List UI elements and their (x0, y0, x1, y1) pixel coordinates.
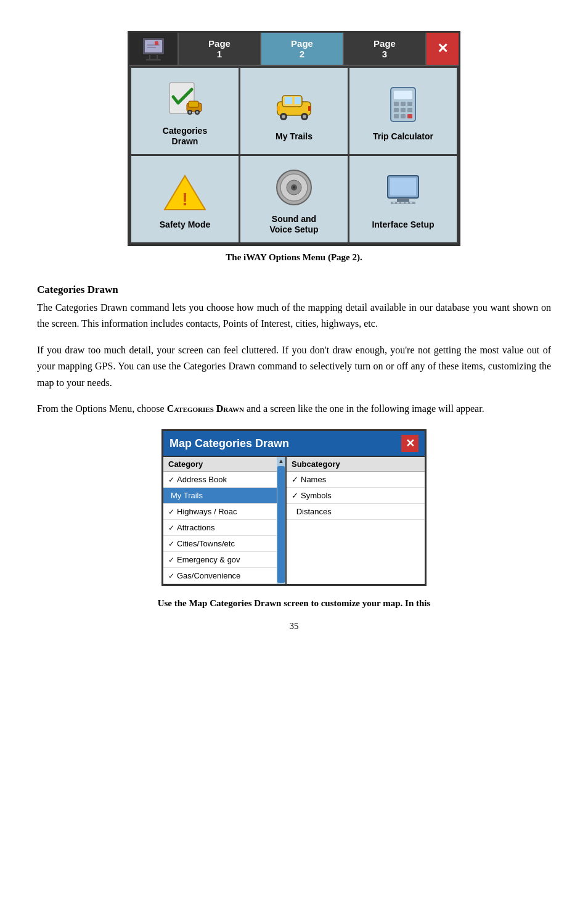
svg-rect-17 (285, 97, 292, 104)
categories-drawn-label: Categories Drawn (163, 126, 207, 147)
menu-caption: The iWAY Options Menu (Page 2). (226, 252, 362, 263)
svg-rect-18 (295, 97, 301, 104)
dialog-box: Map Categories Drawn ✕ Category ✓ Addres… (161, 429, 427, 586)
category-scrollbar[interactable]: ▲ (277, 457, 285, 584)
interface-setup-icon (382, 171, 425, 215)
svg-point-21 (282, 115, 285, 118)
menu-grid-wrapper: Page 1 Page 2 Page 3 ✕ (128, 31, 460, 246)
sound-voice-icon (272, 166, 316, 209)
menu-cell-safety-mode[interactable]: ! Safety Mode (131, 156, 239, 242)
cat-item-attractions[interactable]: ✓ Attractions (163, 520, 285, 536)
svg-text:!: ! (182, 189, 188, 209)
menu-header-icon (129, 33, 179, 65)
dialog-title: Map Categories Drawn (169, 437, 289, 450)
menu-close-button[interactable]: ✕ (427, 33, 459, 65)
menu-header: Page 1 Page 2 Page 3 ✕ (129, 33, 459, 66)
subcategory-column-header: Subcategory (287, 457, 425, 472)
cat-check-address-book: ✓ (168, 475, 174, 484)
sub-check-names: ✓ (292, 475, 298, 484)
categories-drawn-icon (163, 78, 206, 121)
sub-item-names[interactable]: ✓ Names (287, 472, 425, 488)
cat-item-address-book[interactable]: ✓ Address Book (163, 472, 285, 488)
svg-rect-27 (394, 102, 399, 106)
safety-mode-label: Safety Mode (160, 220, 210, 230)
menu-tab-page3[interactable]: Page 3 (344, 33, 427, 65)
svg-rect-29 (407, 102, 412, 106)
menu-cell-trip-calculator[interactable]: Trip Calculator (349, 68, 457, 154)
svg-rect-33 (394, 114, 399, 118)
svg-rect-31 (401, 108, 406, 112)
menu-tab-page2[interactable]: Page 2 (261, 33, 344, 65)
menu-cell-interface-setup[interactable]: Interface Setup (349, 156, 457, 242)
menu-grid: Categories Drawn (129, 66, 459, 244)
bottom-caption: Use the Map Categories Drawn screen to c… (37, 598, 551, 609)
sub-item-distances[interactable]: Distances (287, 504, 425, 520)
svg-rect-23 (277, 106, 280, 111)
cat-item-highways[interactable]: ✓ Highways / Roac (163, 504, 285, 520)
menu-cell-sound-voice[interactable]: Sound and Voice Setup (240, 156, 348, 242)
scroll-thumb[interactable] (277, 466, 285, 583)
sound-voice-label: Sound and Voice Setup (269, 214, 318, 235)
svg-rect-30 (394, 108, 399, 112)
para3-keyword: Categories Drawn (167, 403, 244, 414)
para3-prefix: From the Options Menu, choose (37, 403, 167, 414)
dialog-close-button[interactable]: ✕ (401, 435, 419, 452)
svg-rect-26 (394, 91, 412, 99)
dialog-columns: Category ✓ Address Book My Trails ✓ High… (163, 456, 425, 584)
svg-point-14 (196, 111, 198, 113)
svg-rect-7 (155, 41, 158, 45)
trip-calculator-icon (382, 83, 425, 126)
section-para1: The Categories Drawn command lets you ch… (37, 300, 551, 332)
section-para3: From the Options Menu, choose Categories… (37, 401, 551, 417)
interface-setup-label: Interface Setup (372, 220, 434, 230)
page-number: 35 (37, 621, 551, 631)
svg-rect-1 (145, 40, 162, 52)
dialog-container: Map Categories Drawn ✕ Category ✓ Addres… (37, 429, 551, 586)
cat-check-attractions: ✓ (168, 524, 174, 532)
sub-check-symbols: ✓ (292, 491, 298, 500)
cat-item-gas[interactable]: ✓ Gas/Convenience ▼ (163, 568, 285, 584)
menu-tab-page1[interactable]: Page 1 (179, 33, 261, 65)
sub-check-distances (292, 507, 294, 516)
cat-check-emergency: ✓ (168, 556, 174, 564)
menu-cell-my-trails[interactable]: My Trails (240, 68, 348, 154)
section-heading: Categories Drawn (37, 284, 551, 296)
dialog-title-bar: Map Categories Drawn ✕ (163, 431, 425, 456)
cat-item-my-trails[interactable]: My Trails (163, 488, 285, 504)
trip-calculator-label: Trip Calculator (373, 131, 433, 142)
category-column: Category ✓ Address Book My Trails ✓ High… (163, 457, 287, 584)
svg-rect-45 (397, 198, 409, 202)
my-trails-label: My Trails (276, 131, 312, 142)
my-trails-icon (272, 83, 316, 126)
cat-check-cities: ✓ (168, 540, 174, 548)
cat-item-emergency[interactable]: ✓ Emergency & gov (163, 552, 285, 568)
svg-rect-35 (407, 114, 412, 118)
cat-check-highways: ✓ (168, 508, 174, 516)
cat-item-cities[interactable]: ✓ Cities/Towns/etc (163, 536, 285, 552)
section-para2: If you draw too much detail, your screen… (37, 342, 551, 391)
sub-item-symbols[interactable]: ✓ Symbols (287, 488, 425, 504)
scroll-up-button[interactable]: ▲ (277, 457, 285, 465)
options-menu-section: Page 1 Page 2 Page 3 ✕ (37, 31, 551, 278)
svg-rect-32 (407, 108, 412, 112)
svg-rect-10 (189, 101, 198, 107)
svg-rect-34 (401, 114, 406, 118)
category-column-header: Category (163, 457, 285, 472)
svg-point-22 (303, 115, 306, 118)
svg-rect-44 (390, 178, 416, 195)
para3-suffix: and a screen like the one in the followi… (244, 403, 484, 414)
svg-rect-28 (401, 102, 406, 106)
safety-mode-icon: ! (163, 171, 206, 215)
menu-cell-categories-drawn[interactable]: Categories Drawn (131, 68, 239, 154)
subcategory-column: Subcategory ✓ Names ✓ Symbols Distances (287, 457, 425, 584)
svg-point-13 (189, 111, 191, 113)
svg-rect-24 (308, 106, 311, 111)
svg-point-42 (293, 186, 295, 189)
cat-check-gas: ✓ (168, 572, 174, 580)
